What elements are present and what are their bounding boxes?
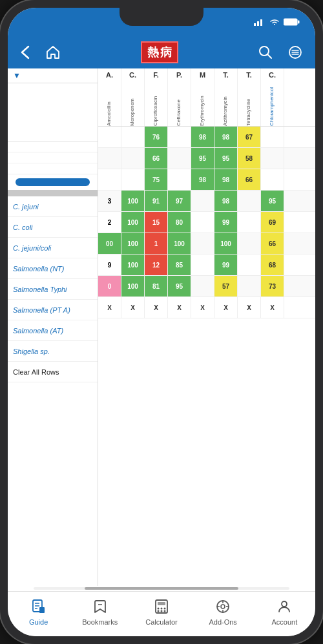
data-row-2: 75989866: [98, 169, 315, 191]
svg-point-31: [282, 601, 287, 607]
wifi-icon: [269, 18, 280, 26]
sidebar-row-5[interactable]: Salmonella (PT A): [8, 300, 98, 320]
phone-screen: 熱 病: [8, 8, 315, 636]
col-header-7: C.Chloramphenicol: [261, 68, 284, 126]
col-abbr-4: M: [200, 71, 205, 79]
tab-account[interactable]: Account: [265, 597, 304, 626]
cell-1-1: [121, 148, 145, 169]
cell-7-7: 73: [261, 276, 284, 296]
cell-0-7: [261, 127, 284, 147]
sidebar: ▼ C. jejuniC. coliC. jejuni/coliSalmonel…: [8, 68, 98, 586]
tab-calculator[interactable]: Calculator: [142, 597, 181, 626]
bookmarks-icon: [91, 597, 109, 616]
sidebar-row-0[interactable]: C. jejuni: [8, 196, 98, 217]
status-bar: [8, 8, 315, 36]
dropdown-row[interactable]: ▼: [8, 68, 98, 83]
sidebar-row-6[interactable]: Salmonella (AT): [8, 320, 98, 341]
cell-0-0: [98, 127, 121, 147]
svg-rect-15: [39, 607, 45, 613]
section-header: [8, 190, 98, 196]
col-full-2: Ciprofloxacin: [153, 80, 159, 126]
tab-bookmarks[interactable]: Bookmarks: [81, 597, 120, 626]
col-abbr-6: T.: [246, 71, 252, 79]
cell-0-1: [121, 127, 145, 147]
sidebar-row-2[interactable]: C. jejuni/coli: [8, 238, 98, 258]
cell-2-5: 98: [214, 169, 238, 190]
cell-8-5: X: [214, 297, 238, 318]
cell-3-2: 91: [145, 191, 168, 211]
home-button[interactable]: [40, 43, 66, 62]
add-all-button[interactable]: [8, 141, 98, 152]
cell-5-1: 100: [121, 233, 145, 254]
col-headers: A.AmoxicillinC.MeropenemF.CiprofloxacinP…: [98, 68, 315, 127]
nav-bar: 熱 病: [8, 36, 315, 68]
data-row-8: XXXXXXXX: [98, 297, 315, 318]
pivot-axes-label: [8, 163, 98, 174]
signal-icon: [254, 18, 266, 26]
back-button[interactable]: [16, 43, 35, 62]
cell-2-3: [168, 169, 191, 190]
search-button[interactable]: [253, 43, 278, 62]
sidebar-row-8[interactable]: Clear All Rows: [8, 362, 98, 382]
sidebar-row-3[interactable]: Salmonella (NT): [8, 258, 98, 279]
data-row-4: 210015809969: [98, 212, 315, 233]
sidebar-row-1[interactable]: C. coli: [8, 217, 98, 238]
cell-8-6: X: [238, 297, 261, 318]
cell-5-0: 00: [98, 233, 121, 254]
svg-point-21: [163, 607, 165, 609]
col-abbr-1: C.: [129, 71, 136, 79]
sidebar-row-4[interactable]: Salmonella Typhi: [8, 279, 98, 300]
cell-7-4: [191, 276, 214, 296]
nav-right-buttons: [253, 43, 307, 62]
cell-2-1: [121, 169, 145, 190]
cell-4-4: [191, 212, 214, 233]
col-header-0: A.Amoxicillin: [98, 68, 121, 126]
cell-6-6: [238, 254, 261, 275]
svg-rect-4: [298, 21, 300, 24]
cell-8-4: X: [191, 297, 214, 318]
logo-area: 熱 病: [71, 41, 248, 63]
svg-rect-3: [284, 19, 297, 25]
cell-4-6: [238, 212, 261, 233]
calculator-icon: [152, 597, 171, 616]
cell-2-0: [98, 169, 121, 190]
sidebar-row-7[interactable]: Shigella sp.: [8, 341, 98, 362]
cell-8-2: X: [145, 297, 168, 318]
menu-button[interactable]: [283, 43, 307, 62]
svg-rect-0: [254, 23, 256, 26]
cell-6-7: 68: [261, 254, 284, 275]
cell-4-5: 99: [214, 212, 238, 233]
table-area: A.AmoxicillinC.MeropenemF.CiprofloxacinP…: [98, 68, 315, 586]
cell-3-6: [238, 191, 261, 211]
tab-addons[interactable]: Add-Ons: [203, 597, 242, 626]
col-abbr-3: P.: [176, 71, 182, 79]
cell-6-1: 100: [121, 254, 145, 275]
cell-4-2: 15: [145, 212, 168, 233]
status-icons: [254, 18, 300, 26]
menu-icon: [288, 45, 302, 59]
cell-4-0: 2: [98, 212, 121, 233]
add-bug-drug-button[interactable]: [8, 152, 98, 163]
col-abbr-0: A.: [106, 71, 113, 79]
col-full-5: Azithromycin: [223, 80, 229, 126]
scroll-indicator: [34, 587, 289, 590]
cell-7-3: 95: [168, 276, 191, 296]
cell-3-7: 95: [261, 191, 284, 211]
see-legend-button[interactable]: [16, 178, 90, 186]
tab-label-guide: Guide: [29, 618, 48, 626]
svg-point-20: [160, 607, 162, 609]
logo-char-1: 熱: [147, 45, 159, 60]
dropdown-arrow: ▼: [13, 71, 21, 80]
data-row-5: 00100110010066: [98, 233, 315, 254]
content-area: ▼ C. jejuniC. coliC. jejuni/coliSalmonel…: [8, 68, 315, 591]
cell-0-5: 98: [214, 127, 238, 147]
cell-6-0: 9: [98, 254, 121, 275]
sidebar-rows: C. jejuniC. coliC. jejuni/coliSalmonella…: [8, 196, 98, 382]
scroll-thumb: [85, 587, 238, 590]
tab-guide[interactable]: Guide: [19, 597, 58, 626]
cell-7-1: 100: [121, 276, 145, 296]
tab-label-bookmarks: Bookmarks: [82, 618, 118, 626]
col-header-6: T.Tetracycline: [238, 68, 261, 126]
cell-6-2: 12: [145, 254, 168, 275]
cell-3-0: 3: [98, 191, 121, 211]
